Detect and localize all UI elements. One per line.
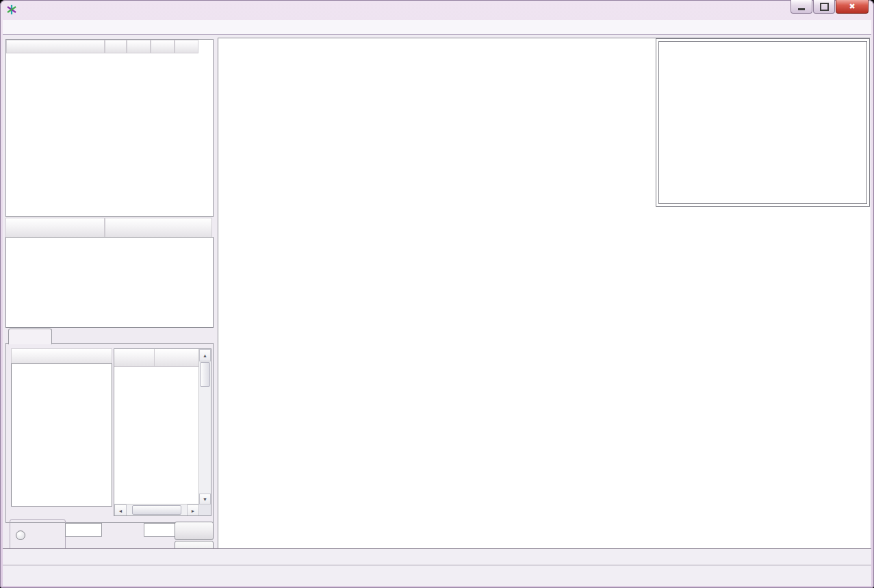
minimap-view[interactable] <box>659 42 862 198</box>
rebar-selection-table <box>5 39 214 217</box>
app-window: ✖ <box>0 0 874 588</box>
scroll-down-icon[interactable]: ▼ <box>199 494 211 504</box>
column-header-z[interactable] <box>175 40 198 53</box>
menu-bar <box>3 20 871 35</box>
column-header-distance[interactable] <box>155 349 201 367</box>
detection-result-band <box>5 218 212 236</box>
column-header-y[interactable] <box>151 40 175 53</box>
interference-rebar-list[interactable] <box>11 363 112 507</box>
rebar-table-header <box>6 40 213 53</box>
interference-rebar-title <box>11 348 112 365</box>
max-range-input[interactable] <box>144 523 175 537</box>
distance-table-vscrollbar[interactable]: ▲ ▼ <box>198 349 211 515</box>
scroll-right-icon[interactable]: ► <box>187 504 199 516</box>
3d-viewport[interactable] <box>218 38 870 549</box>
title-bar[interactable]: ✖ <box>0 0 874 19</box>
app-icon <box>6 4 17 15</box>
body-cover-radio[interactable] <box>16 531 33 541</box>
close-button[interactable]: ✖ <box>836 0 869 14</box>
detection-result-title <box>5 218 105 238</box>
column-header-x[interactable] <box>127 40 151 53</box>
scroll-left-icon[interactable]: ◄ <box>114 504 127 516</box>
detection-result-list[interactable] <box>5 237 214 328</box>
column-header-name[interactable] <box>6 40 105 53</box>
distance-table-header <box>114 349 211 367</box>
column-header-no[interactable] <box>114 349 155 367</box>
scroll-up-icon[interactable]: ▲ <box>199 349 211 361</box>
maximize-button[interactable] <box>813 0 835 14</box>
column-header-select[interactable] <box>105 40 127 53</box>
vscroll-thumb[interactable] <box>200 362 210 387</box>
hscroll-thumb[interactable] <box>132 505 181 515</box>
status-bar <box>3 548 871 586</box>
range-tab[interactable] <box>8 329 52 344</box>
offset-radio-group <box>105 218 212 238</box>
min-range-input[interactable] <box>65 523 102 537</box>
minimize-icon <box>798 8 805 10</box>
minimap[interactable] <box>656 38 870 207</box>
distance-table-hscrollbar[interactable]: ◄ ► <box>114 504 199 515</box>
minimize-button[interactable] <box>791 0 812 14</box>
distance-table: ▲ ▼ ◄ ► <box>114 348 211 516</box>
add-button[interactable] <box>175 522 214 540</box>
client-area: ▲ ▼ ◄ ► <box>3 35 871 549</box>
close-icon: ✖ <box>849 2 855 11</box>
radio-icon[interactable] <box>16 531 25 540</box>
maximize-icon <box>820 3 829 11</box>
body-cover-group <box>10 519 66 549</box>
